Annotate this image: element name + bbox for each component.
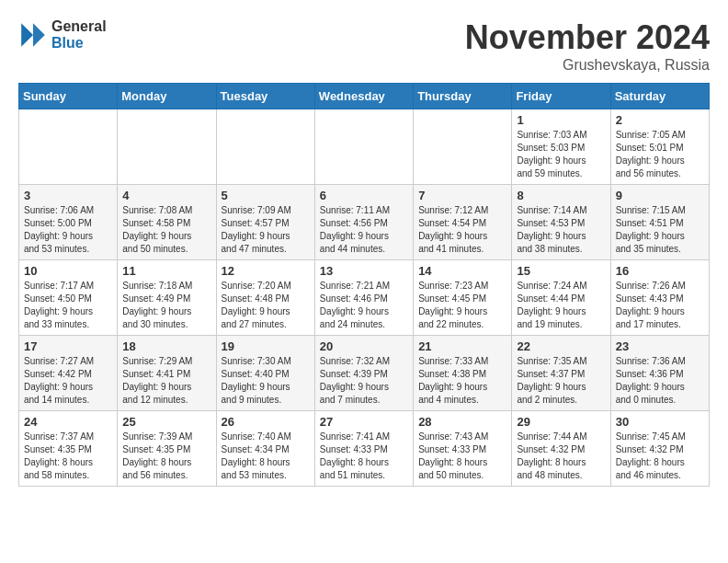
calendar-cell: 28Sunrise: 7:43 AM Sunset: 4:33 PM Dayli…	[414, 411, 512, 487]
day-info: Sunrise: 7:30 AM Sunset: 4:40 PM Dayligh…	[222, 355, 310, 407]
calendar-cell	[314, 109, 413, 185]
calendar-cell: 21Sunrise: 7:33 AM Sunset: 4:38 PM Dayli…	[414, 336, 512, 411]
calendar-week-row: 3Sunrise: 7:06 AM Sunset: 5:00 PM Daylig…	[19, 185, 710, 260]
calendar-cell: 24Sunrise: 7:37 AM Sunset: 4:35 PM Dayli…	[19, 411, 118, 487]
day-number: 29	[517, 415, 605, 429]
calendar-cell: 5Sunrise: 7:09 AM Sunset: 4:57 PM Daylig…	[216, 185, 314, 260]
calendar-cell: 8Sunrise: 7:14 AM Sunset: 4:53 PM Daylig…	[512, 185, 610, 260]
header: General Blue November 2024 Grushevskaya,…	[18, 18, 710, 74]
day-number: 26	[222, 415, 310, 429]
weekday-header-sunday: Sunday	[19, 84, 118, 109]
weekday-header-friday: Friday	[512, 84, 610, 109]
calendar-cell: 3Sunrise: 7:06 AM Sunset: 5:00 PM Daylig…	[19, 185, 118, 260]
weekday-header-thursday: Thursday	[414, 84, 512, 109]
day-info: Sunrise: 7:08 AM Sunset: 4:58 PM Dayligh…	[122, 204, 210, 256]
calendar-cell: 4Sunrise: 7:08 AM Sunset: 4:58 PM Daylig…	[118, 185, 216, 260]
day-info: Sunrise: 7:17 AM Sunset: 4:50 PM Dayligh…	[24, 280, 112, 331]
day-number: 8	[517, 189, 605, 202]
location: Grushevskaya, Russia	[465, 57, 710, 74]
calendar-cell	[414, 109, 512, 185]
day-info: Sunrise: 7:36 AM Sunset: 4:36 PM Dayligh…	[616, 355, 704, 407]
title-block: November 2024 Grushevskaya, Russia	[465, 18, 710, 74]
weekday-header-row: SundayMondayTuesdayWednesdayThursdayFrid…	[19, 84, 710, 109]
calendar-cell: 30Sunrise: 7:45 AM Sunset: 4:32 PM Dayli…	[610, 411, 709, 487]
logo-icon	[18, 20, 48, 50]
day-number: 15	[517, 264, 605, 278]
weekday-header-saturday: Saturday	[610, 84, 709, 109]
calendar-week-row: 10Sunrise: 7:17 AM Sunset: 4:50 PM Dayli…	[19, 260, 710, 336]
calendar-cell: 29Sunrise: 7:44 AM Sunset: 4:32 PM Dayli…	[512, 411, 610, 487]
calendar-cell: 6Sunrise: 7:11 AM Sunset: 4:56 PM Daylig…	[314, 185, 413, 260]
calendar-week-row: 17Sunrise: 7:27 AM Sunset: 4:42 PM Dayli…	[19, 336, 710, 411]
day-number: 10	[24, 264, 112, 278]
day-number: 2	[616, 113, 704, 127]
calendar-cell	[19, 109, 118, 185]
calendar-week-row: 1Sunrise: 7:03 AM Sunset: 5:03 PM Daylig…	[19, 109, 710, 185]
calendar-cell: 16Sunrise: 7:26 AM Sunset: 4:43 PM Dayli…	[610, 260, 709, 336]
day-info: Sunrise: 7:44 AM Sunset: 4:32 PM Dayligh…	[517, 431, 605, 482]
day-info: Sunrise: 7:12 AM Sunset: 4:54 PM Dayligh…	[418, 204, 506, 256]
day-number: 9	[616, 189, 704, 202]
calendar-cell: 12Sunrise: 7:20 AM Sunset: 4:48 PM Dayli…	[216, 260, 314, 336]
day-number: 27	[320, 415, 408, 429]
logo: General Blue	[18, 18, 107, 51]
calendar-cell: 22Sunrise: 7:35 AM Sunset: 4:37 PM Dayli…	[512, 336, 610, 411]
calendar-cell: 19Sunrise: 7:30 AM Sunset: 4:40 PM Dayli…	[216, 336, 314, 411]
calendar-table: SundayMondayTuesdayWednesdayThursdayFrid…	[18, 83, 710, 487]
month-year: November 2024	[465, 18, 710, 57]
day-info: Sunrise: 7:14 AM Sunset: 4:53 PM Dayligh…	[517, 204, 605, 256]
svg-marker-0	[33, 23, 45, 47]
weekday-header-wednesday: Wednesday	[314, 84, 413, 109]
day-info: Sunrise: 7:21 AM Sunset: 4:46 PM Dayligh…	[320, 280, 408, 331]
day-info: Sunrise: 7:23 AM Sunset: 4:45 PM Dayligh…	[418, 280, 506, 331]
weekday-header-tuesday: Tuesday	[216, 84, 314, 109]
day-info: Sunrise: 7:32 AM Sunset: 4:39 PM Dayligh…	[320, 355, 408, 407]
calendar-cell: 9Sunrise: 7:15 AM Sunset: 4:51 PM Daylig…	[610, 185, 709, 260]
day-number: 18	[122, 339, 210, 353]
day-number: 16	[616, 264, 704, 278]
day-info: Sunrise: 7:03 AM Sunset: 5:03 PM Dayligh…	[517, 129, 605, 180]
calendar-cell: 25Sunrise: 7:39 AM Sunset: 4:35 PM Dayli…	[118, 411, 216, 487]
day-info: Sunrise: 7:45 AM Sunset: 4:32 PM Dayligh…	[616, 431, 704, 482]
calendar-cell: 7Sunrise: 7:12 AM Sunset: 4:54 PM Daylig…	[414, 185, 512, 260]
day-info: Sunrise: 7:37 AM Sunset: 4:35 PM Dayligh…	[24, 431, 112, 482]
day-number: 19	[222, 339, 310, 353]
day-info: Sunrise: 7:40 AM Sunset: 4:34 PM Dayligh…	[222, 431, 310, 482]
calendar-cell: 23Sunrise: 7:36 AM Sunset: 4:36 PM Dayli…	[610, 336, 709, 411]
logo-blue-text: Blue	[51, 35, 107, 52]
day-info: Sunrise: 7:33 AM Sunset: 4:38 PM Dayligh…	[418, 355, 506, 407]
calendar-cell: 27Sunrise: 7:41 AM Sunset: 4:33 PM Dayli…	[314, 411, 413, 487]
day-number: 28	[418, 415, 506, 429]
day-info: Sunrise: 7:20 AM Sunset: 4:48 PM Dayligh…	[222, 280, 310, 331]
weekday-header-monday: Monday	[118, 84, 216, 109]
day-number: 11	[122, 264, 210, 278]
day-number: 17	[24, 339, 112, 353]
day-info: Sunrise: 7:05 AM Sunset: 5:01 PM Dayligh…	[616, 129, 704, 180]
day-info: Sunrise: 7:11 AM Sunset: 4:56 PM Dayligh…	[320, 204, 408, 256]
day-info: Sunrise: 7:06 AM Sunset: 5:00 PM Dayligh…	[24, 204, 112, 256]
day-info: Sunrise: 7:35 AM Sunset: 4:37 PM Dayligh…	[517, 355, 605, 407]
calendar-cell: 18Sunrise: 7:29 AM Sunset: 4:41 PM Dayli…	[118, 336, 216, 411]
day-number: 5	[222, 189, 310, 202]
calendar-cell: 10Sunrise: 7:17 AM Sunset: 4:50 PM Dayli…	[19, 260, 118, 336]
calendar-cell: 17Sunrise: 7:27 AM Sunset: 4:42 PM Dayli…	[19, 336, 118, 411]
day-number: 22	[517, 339, 605, 353]
day-number: 13	[320, 264, 408, 278]
day-info: Sunrise: 7:26 AM Sunset: 4:43 PM Dayligh…	[616, 280, 704, 331]
day-number: 14	[418, 264, 506, 278]
day-number: 7	[418, 189, 506, 202]
day-number: 4	[122, 189, 210, 202]
day-info: Sunrise: 7:43 AM Sunset: 4:33 PM Dayligh…	[418, 431, 506, 482]
day-number: 24	[24, 415, 112, 429]
calendar-cell: 20Sunrise: 7:32 AM Sunset: 4:39 PM Dayli…	[314, 336, 413, 411]
day-number: 25	[122, 415, 210, 429]
calendar-cell	[118, 109, 216, 185]
calendar-cell: 26Sunrise: 7:40 AM Sunset: 4:34 PM Dayli…	[216, 411, 314, 487]
calendar-cell	[216, 109, 314, 185]
day-number: 20	[320, 339, 408, 353]
day-info: Sunrise: 7:39 AM Sunset: 4:35 PM Dayligh…	[122, 431, 210, 482]
calendar-cell: 1Sunrise: 7:03 AM Sunset: 5:03 PM Daylig…	[512, 109, 610, 185]
day-info: Sunrise: 7:09 AM Sunset: 4:57 PM Dayligh…	[222, 204, 310, 256]
day-number: 12	[222, 264, 310, 278]
calendar-cell: 14Sunrise: 7:23 AM Sunset: 4:45 PM Dayli…	[414, 260, 512, 336]
